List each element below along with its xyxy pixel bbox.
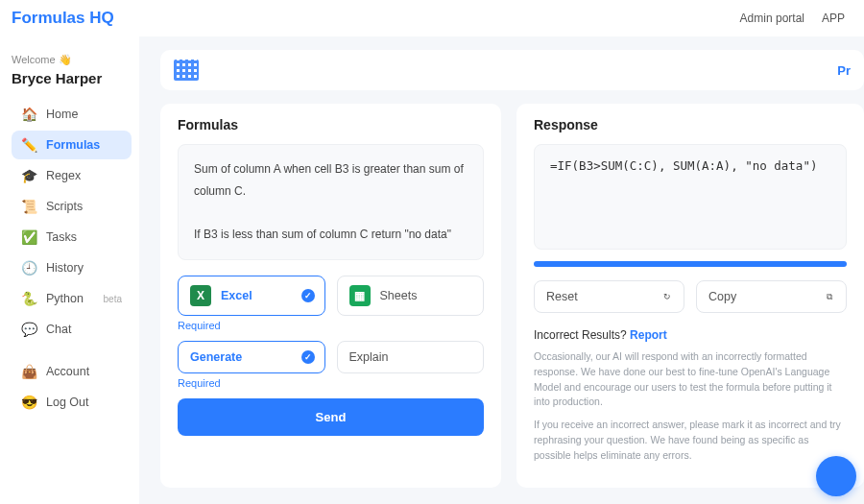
report-link[interactable]: Report [630,328,667,342]
toolbar: Pr [160,50,864,90]
option-sheets[interactable]: ▦ Sheets [337,276,485,316]
option-explain[interactable]: Explain [337,341,485,373]
platform-row: X Excel ✓ ▦ Sheets [178,276,484,316]
response-output[interactable]: =IF(B3>SUM(C:C), SUM(A:A), "no data") [534,144,847,250]
incorrect-label: Incorrect Results? [534,328,627,342]
tasks-icon: ✅ [21,229,36,245]
sidebar: Welcome 👋 Bryce Harper 🏠 Home ✏️ Formula… [0,36,139,504]
option-label: Excel [221,289,252,302]
copy-button[interactable]: Copy ⧉ [696,280,847,313]
main: Pr Formulas Sum of column A when cell B3… [139,36,864,504]
sidebar-item-label: Log Out [46,396,88,409]
reset-button[interactable]: Reset ↻ [534,280,684,313]
regex-icon: 🎓 [21,168,36,183]
sidebar-item-chat[interactable]: 💬 Chat [12,315,132,344]
sidebar-item-scripts[interactable]: 📜 Scripts [12,192,132,221]
sidebar-item-logout[interactable]: 😎 Log Out [12,388,132,417]
response-panel: Response =IF(B3>SUM(C:C), SUM(A:A), "no … [516,104,864,488]
sidebar-item-account[interactable]: 👜 Account [12,357,132,386]
required-label: Required [178,320,484,331]
sidebar-item-label: History [46,261,84,275]
python-icon: 🐍 [21,291,36,306]
response-actions: Reset ↻ Copy ⧉ [534,280,847,313]
reset-icon: ↻ [660,290,674,303]
chat-icon: 💬 [21,322,36,337]
check-icon [460,289,473,302]
app-link[interactable]: APP [822,12,845,25]
option-generate[interactable]: Generate ✓ [178,341,325,373]
option-label: Explain [349,350,389,364]
sidebar-item-label: Account [46,365,89,378]
grid-icon[interactable] [174,60,199,81]
fine-print-1: Occasionally, our AI will respond with a… [534,349,847,410]
sidebar-item-label: Chat [46,323,71,336]
account-icon: 👜 [21,364,36,379]
sidebar-item-history[interactable]: 🕘 History [12,253,132,282]
sidebar-item-label: Formulas [46,138,100,152]
sidebar-item-label: Scripts [46,200,83,213]
sidebar-item-label: Regex [46,169,81,182]
required-label: Required [178,377,484,389]
sidebar-item-label: Tasks [46,230,77,244]
top-links: Admin portal APP [740,12,845,25]
top-header: Formulas HQ Admin portal APP [0,0,864,36]
mode-row: Generate ✓ Explain [178,341,484,373]
formulas-panel: Formulas Sum of column A when cell B3 is… [160,104,501,488]
option-label: Generate [190,350,242,364]
admin-portal-link[interactable]: Admin portal [740,12,804,25]
sidebar-item-label: Python [46,292,84,305]
check-icon: ✓ [301,289,315,302]
send-button[interactable]: Send [178,398,484,436]
option-label: Copy [708,290,736,303]
beta-badge: beta [104,294,122,304]
formulas-title: Formulas [178,117,484,132]
prompt-textarea[interactable]: Sum of column A when cell B3 is greater … [178,144,484,260]
option-label: Sheets [380,289,418,302]
welcome-text: Welcome 👋 [12,54,132,66]
history-icon: 🕘 [21,260,36,276]
logout-icon: 😎 [21,395,36,410]
excel-icon: X [190,285,211,306]
sheets-icon: ▦ [349,285,371,306]
report-line: Incorrect Results? Report [534,328,847,342]
sidebar-item-formulas[interactable]: ✏️ Formulas [12,131,132,159]
sidebar-item-regex[interactable]: 🎓 Regex [12,161,132,190]
sidebar-item-python[interactable]: 🐍 Python beta [12,284,132,313]
prompt-line: If B3 is less than sum of column C retur… [194,224,468,246]
sidebar-item-home[interactable]: 🏠 Home [12,100,132,129]
copy-icon: ⧉ [823,290,836,303]
option-label: Reset [546,290,578,303]
toolbar-right-link[interactable]: Pr [837,63,851,78]
help-fab[interactable] [816,456,856,496]
check-icon: ✓ [301,350,315,364]
progress-bar [534,261,847,267]
fine-print-2: If you receive an incorrect answer, plea… [534,418,847,463]
prompt-line: Sum of column A when cell B3 is greater … [194,158,468,203]
check-icon [460,350,473,364]
option-excel[interactable]: X Excel ✓ [178,276,325,316]
scripts-icon: 📜 [21,199,36,214]
home-icon: 🏠 [21,107,36,122]
sidebar-item-label: Home [46,108,78,121]
logo[interactable]: Formulas HQ [12,9,114,28]
username: Bryce Harper [12,70,132,86]
sidebar-item-tasks[interactable]: ✅ Tasks [12,223,132,252]
pencil-icon: ✏️ [21,137,36,153]
response-title: Response [534,117,847,132]
